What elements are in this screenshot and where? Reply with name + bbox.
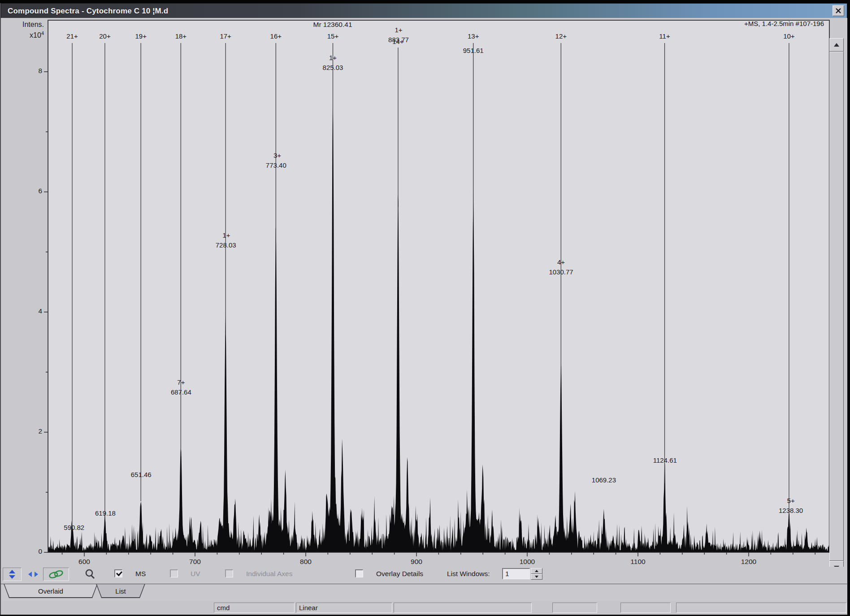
peak-label-1124.61: 1124.61: [653, 456, 677, 464]
peak-label-7+: 7+: [177, 378, 185, 386]
scale-y-button[interactable]: [3, 568, 22, 581]
view-tabstrip: OverlaidList: [1, 584, 847, 601]
spectrum-trace: [48, 90, 829, 552]
scrollbar-thumb[interactable]: [829, 52, 844, 561]
spin-up-icon: [535, 570, 538, 572]
checkbox-label-uv: UV: [191, 568, 200, 580]
scan-info-label: +MS, 1.4-2.5min #107-196: [744, 20, 824, 27]
charge-label-19+: 19+: [127, 32, 154, 40]
charge-label-17+: 17+: [212, 32, 239, 40]
charge-label-11+: 11+: [651, 32, 678, 40]
x-tick-600: 600: [69, 558, 100, 566]
peak-label-590.82: 590.82: [64, 524, 84, 531]
arrow-up-icon: [834, 43, 839, 47]
spin-down-icon: [535, 576, 538, 578]
status-field-linear: Linear: [296, 603, 392, 613]
x-tick-800: 800: [290, 558, 321, 566]
charge-label-12+: 12+: [547, 32, 574, 40]
peak-label-1+: 1+: [222, 231, 230, 239]
x-tick-900: 900: [401, 558, 432, 566]
tab-list[interactable]: List: [96, 584, 145, 598]
x-tick-1000: 1000: [512, 558, 543, 566]
link-spectra-icon: [47, 570, 65, 579]
y-tick-0: 0: [24, 547, 42, 555]
peak-label-5+: 5+: [787, 497, 795, 504]
x-tick-1100: 1100: [622, 558, 654, 566]
y-tick-4: 4: [24, 307, 42, 315]
y-axis-title: Intens.: [8, 21, 44, 29]
window-titlebar[interactable]: Compound Spectra - Cytochrome C 10 ¦M.d: [1, 3, 847, 19]
peak-label-1030.77: 1030.77: [549, 268, 573, 276]
scale-y-icon: [9, 569, 16, 579]
scroll-up-button[interactable]: [829, 38, 844, 52]
compound-spectra-window: Compound Spectra - Cytochrome C 10 ¦M.d …: [0, 0, 850, 616]
checkbox-label-overlay-details: Overlay Details: [376, 568, 423, 580]
plot-frame: [48, 20, 829, 552]
checkbox-individual-axes: [225, 569, 233, 577]
peak-label-1+: 1+: [329, 54, 337, 61]
close-button[interactable]: [833, 5, 844, 16]
tab-label: List: [96, 584, 145, 598]
checkmark-icon: [116, 570, 122, 576]
peak-label-1069.23: 1069.23: [592, 476, 616, 484]
checkbox-label-ms: MS: [135, 568, 146, 580]
peak-label-1238.30: 1238.30: [779, 507, 803, 514]
charge-label-18+: 18+: [167, 32, 194, 40]
close-icon: [835, 8, 841, 14]
status-field-5: [676, 603, 846, 613]
spectrum-toolbar: MSUVIndividual AxesOverlay Details List …: [1, 567, 847, 584]
peak-label-1+: 1+: [395, 26, 402, 34]
charge-label-13+: 13+: [460, 32, 487, 40]
peak-label-883.77: 883.77: [388, 36, 409, 43]
checkbox-ms[interactable]: [114, 569, 122, 577]
x-tick-1200: 1200: [733, 558, 764, 566]
spectrum-panel: Intens. x104 +MS, 1.4-2.5min #107-196 Mr…: [1, 18, 847, 570]
x-tick-700: 700: [179, 558, 211, 566]
link-spectra-button[interactable]: [43, 568, 69, 581]
peak-label-728.03: 728.03: [216, 241, 236, 249]
peak-label-825.03: 825.03: [323, 64, 343, 71]
list-windows-input[interactable]: 1: [502, 568, 530, 579]
y-tick-8: 8: [24, 67, 42, 75]
peak-label-619.18: 619.18: [95, 509, 116, 517]
charge-label-10+: 10+: [776, 32, 802, 40]
y-tick-6: 6: [24, 187, 42, 195]
peak-label-651.46: 651.46: [131, 471, 152, 478]
list-windows-spin-up[interactable]: [531, 568, 542, 574]
scale-x-icon: [28, 571, 39, 577]
charge-label-21+: 21+: [59, 32, 86, 40]
zoom-icon: [85, 569, 95, 580]
vertical-scrollbar[interactable]: [829, 38, 844, 574]
status-bar: cmdLinear: [1, 601, 847, 615]
status-field-4: [620, 603, 671, 613]
charge-label-15+: 15+: [320, 32, 347, 40]
peak-label-3+: 3+: [273, 152, 281, 159]
status-field-3: [552, 603, 597, 613]
peak-label-773.40: 773.40: [266, 161, 286, 169]
scale-x-button[interactable]: [26, 568, 40, 581]
peak-label-951.61: 951.61: [463, 47, 484, 54]
mass-spectrum-plot[interactable]: [1, 18, 847, 570]
mr-mass-label: Mr 12360.41: [313, 21, 352, 29]
y-tick-2: 2: [24, 427, 42, 435]
status-field-cmd: cmd: [214, 603, 295, 613]
zoom-button[interactable]: [81, 568, 100, 581]
status-field-2: [394, 603, 532, 613]
checkbox-overlay-details[interactable]: [355, 569, 363, 577]
list-windows-spin-down[interactable]: [531, 574, 542, 580]
tab-overlaid[interactable]: Overlaid: [4, 584, 98, 598]
checkbox-uv: [170, 569, 178, 577]
peak-label-4+: 4+: [557, 258, 565, 266]
charge-label-16+: 16+: [262, 32, 289, 40]
list-windows-label: List Windows:: [447, 568, 490, 580]
y-axis-power: x104: [8, 30, 44, 39]
checkbox-label-individual-axes: Individual Axes: [246, 568, 292, 580]
window-title: Compound Spectra - Cytochrome C 10 ¦M.d: [1, 7, 168, 16]
peak-label-687.64: 687.64: [171, 388, 191, 396]
charge-label-20+: 20+: [91, 32, 118, 40]
tab-label: Overlaid: [4, 584, 98, 598]
